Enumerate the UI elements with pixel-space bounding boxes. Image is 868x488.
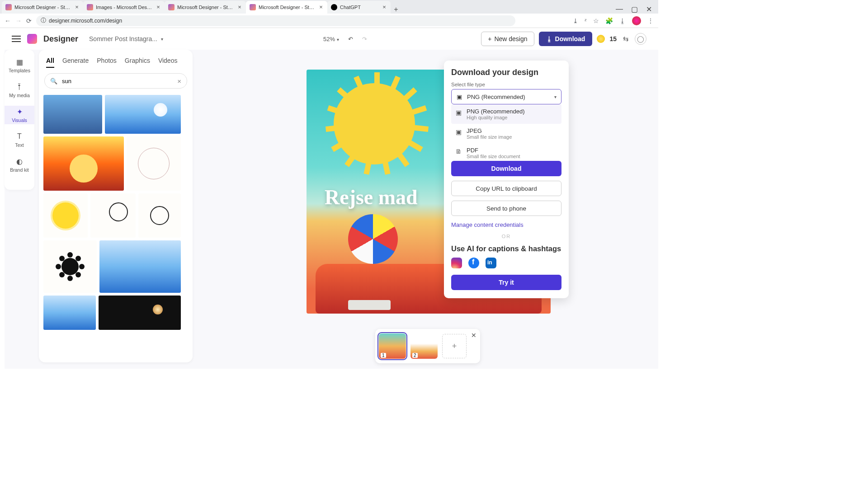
spiral-sun-icon	[138, 148, 170, 179]
chevron-down-icon: ▾	[554, 94, 557, 99]
result-tile[interactable]	[138, 193, 181, 238]
url-field[interactable]: ⓘ designer.microsoft.com/design	[36, 15, 515, 26]
maximize-icon[interactable]: ▢	[631, 5, 638, 14]
visuals-icon: ✦	[15, 107, 24, 116]
sun-cloud-icon	[109, 202, 128, 221]
favicon-icon	[331, 4, 337, 10]
translate-icon[interactable]: ᶻ	[585, 17, 587, 24]
tab-photos[interactable]: Photos	[97, 57, 117, 68]
install-app-icon[interactable]: ⤓	[573, 17, 578, 24]
document-name[interactable]: Sommer Post Instagra... ▾	[89, 35, 163, 42]
browser-tab[interactable]: Microsoft Designer - Stunning×	[2, 1, 83, 14]
browser-tab[interactable]: Microsoft Designer - Stunning×	[165, 1, 246, 14]
close-icon[interactable]: ×	[318, 5, 324, 10]
plus-icon: +	[488, 35, 491, 42]
app-header: Designer Sommer Post Instagra... ▾ 52% ▾…	[0, 28, 658, 50]
file-type-option-pdf[interactable]: 🗎 PDFSmall file size document	[451, 143, 561, 163]
browser-tab-active[interactable]: Microsoft Designer - Stunning×	[246, 1, 327, 14]
result-tile[interactable]	[43, 136, 124, 191]
ai-captions-title: Use AI for captions & hashtags	[451, 244, 561, 253]
results-grid	[39, 91, 193, 333]
linkedin-icon[interactable]	[486, 258, 496, 268]
try-it-button[interactable]: Try it	[451, 275, 561, 290]
download-button[interactable]: ⭳Download	[539, 32, 593, 46]
close-icon[interactable]: ×	[74, 5, 80, 10]
result-tile[interactable]	[99, 296, 181, 330]
browser-tab-strip: Microsoft Designer - Stunning× Images - …	[0, 0, 658, 14]
result-tile[interactable]	[99, 240, 181, 293]
page-thumbnail-1[interactable]: 1	[379, 333, 406, 359]
add-page-button[interactable]: +	[442, 334, 467, 358]
visuals-search[interactable]: 🔍 ×	[44, 73, 187, 89]
downloads-icon[interactable]: ⭳	[619, 17, 626, 24]
image-icon: ▣	[455, 109, 462, 116]
profile-icon[interactable]: ◯	[635, 33, 646, 45]
result-tile[interactable]	[43, 296, 96, 330]
rail-visuals[interactable]: ✦Visuals	[5, 106, 34, 124]
share-icon[interactable]: ⇆	[621, 34, 630, 43]
minimize-icon[interactable]: —	[616, 5, 623, 14]
favicon-icon	[87, 4, 93, 10]
tab-graphics[interactable]: Graphics	[125, 57, 150, 68]
clear-search-icon[interactable]: ×	[177, 77, 181, 85]
license-plate	[348, 300, 391, 310]
close-icon[interactable]: ×	[382, 5, 387, 10]
result-tile[interactable]	[105, 95, 181, 134]
send-to-phone-button[interactable]: Send to phone	[451, 201, 561, 216]
file-type-option-jpeg[interactable]: ▣ JPEGSmall file size image	[451, 124, 561, 143]
reload-icon[interactable]: ⟳	[26, 17, 32, 24]
facebook-icon[interactable]	[468, 258, 479, 268]
pdf-icon: 🗎	[455, 148, 462, 155]
new-design-button[interactable]: +New design	[481, 32, 534, 46]
tab-all[interactable]: All	[46, 57, 54, 68]
result-tile[interactable]	[90, 193, 136, 238]
text-icon: T	[15, 132, 24, 141]
manage-credentials-link[interactable]: Manage content credentials	[451, 221, 561, 228]
tab-videos[interactable]: Videos	[158, 57, 178, 68]
sun-graphic[interactable]	[334, 83, 415, 164]
file-type-option-png[interactable]: ▣ PNG (Recommended)High quality image	[451, 104, 561, 124]
close-window-icon[interactable]: ✕	[646, 5, 652, 14]
rail-brand-kit[interactable]: ◐Brand kit	[5, 155, 34, 174]
rail-text[interactable]: TText	[5, 131, 34, 149]
search-icon: 🔍	[50, 78, 57, 84]
result-tile[interactable]	[43, 95, 102, 134]
search-input[interactable]	[62, 78, 173, 84]
result-tile[interactable]	[43, 193, 88, 238]
bookmark-icon[interactable]: ☆	[593, 17, 599, 24]
new-tab-button[interactable]: +	[391, 5, 401, 14]
copy-url-button[interactable]: Copy URL to clipboard	[451, 181, 561, 196]
instagram-icon[interactable]	[451, 258, 462, 268]
site-info-icon[interactable]: ⓘ	[41, 17, 46, 24]
file-type-select[interactable]: ▣ PNG (Recommended) ▾	[451, 89, 561, 104]
image-icon: ▣	[456, 94, 462, 100]
address-bar: ← → ⟳ ⓘ designer.microsoft.com/design ⤓ …	[0, 14, 658, 28]
close-icon[interactable]: ✕	[471, 332, 476, 339]
back-icon[interactable]: ←	[5, 17, 11, 24]
undo-icon[interactable]: ↶	[348, 36, 353, 42]
profile-avatar[interactable]	[632, 16, 641, 25]
download-confirm-button[interactable]: Download	[451, 161, 561, 176]
hamburger-icon[interactable]	[12, 36, 21, 42]
result-tile[interactable]	[43, 240, 97, 293]
file-type-dropdown: ▣ PNG (Recommended)High quality image ▣ …	[451, 104, 561, 163]
sun-flare-icon	[154, 103, 167, 117]
extension-icon[interactable]: 🧩	[605, 17, 613, 24]
browser-tab[interactable]: ChatGPT×	[327, 1, 391, 14]
page-thumbnail-2[interactable]: 2	[410, 333, 438, 359]
lens-flare-icon	[153, 305, 163, 314]
menu-icon[interactable]: ⋮	[647, 17, 654, 24]
browser-tab[interactable]: Images - Microsoft Designer×	[83, 1, 165, 14]
rail-templates[interactable]: ▦Templates	[5, 56, 34, 75]
rail-my-media[interactable]: ⭱My media	[5, 81, 34, 99]
beach-ball-graphic[interactable]	[348, 214, 398, 264]
close-icon[interactable]: ×	[156, 5, 161, 10]
coin-icon	[597, 35, 605, 43]
canvas-headline[interactable]: Rejse mad	[325, 185, 418, 209]
image-icon: ▣	[455, 128, 462, 136]
tab-generate[interactable]: Generate	[62, 57, 89, 68]
close-icon[interactable]: ×	[237, 5, 242, 10]
result-tile[interactable]	[127, 136, 181, 191]
zoom-level[interactable]: 52% ▾	[323, 36, 339, 42]
favicon-icon	[168, 4, 175, 10]
